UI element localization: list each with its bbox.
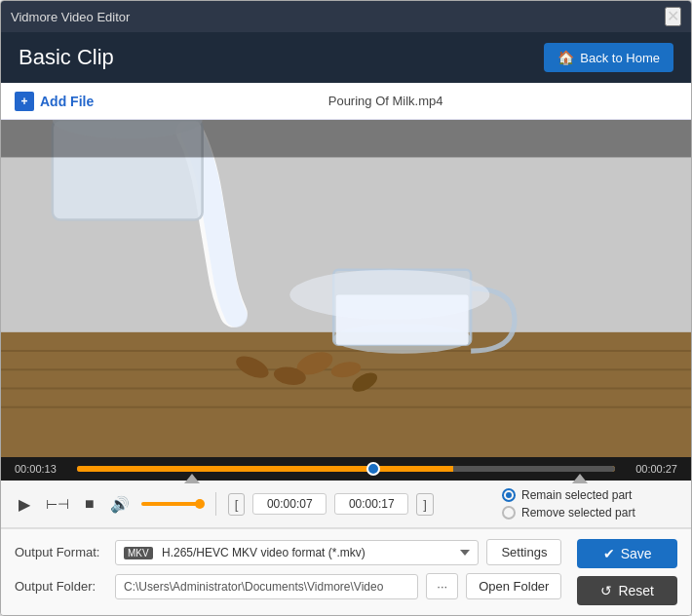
- volume-icon: 🔊: [110, 495, 130, 514]
- format-icon: MKV H.265/HEVC MKV video format (*.mkv): [124, 546, 365, 559]
- title-bar: Vidmore Video Editor ✕: [1, 1, 691, 32]
- home-icon: 🏠: [557, 50, 574, 65]
- timeline-thumb[interactable]: [366, 462, 380, 476]
- reset-label: Reset: [618, 583, 654, 598]
- remove-label: Remove selected part: [521, 506, 635, 520]
- remove-option-row[interactable]: Remove selected part: [502, 506, 677, 520]
- trim-handle-right[interactable]: [572, 474, 588, 483]
- folder-path-display: C:\Users\Administrator\Documents\Vidmore…: [115, 574, 418, 599]
- app-title: Vidmore Video Editor: [11, 10, 130, 24]
- format-value: H.265/HEVC MKV video format (*.mkv): [162, 546, 365, 559]
- format-badge: MKV: [124, 547, 153, 559]
- stop-icon: ■: [85, 495, 95, 513]
- open-folder-button[interactable]: Open Folder: [466, 573, 561, 599]
- page-title: Basic Clip: [19, 45, 114, 70]
- format-label: Output Format:: [15, 545, 107, 559]
- controls-bar: ▶ ⊢⊣ ■ 🔊 [ ] Remain selected part Remove…: [1, 481, 691, 528]
- timeline-bar: 00:00:13 00:00:27: [1, 457, 691, 481]
- reset-icon: ↺: [600, 583, 612, 598]
- start-time-input[interactable]: [252, 493, 327, 515]
- trim-button[interactable]: ⊢⊣: [42, 494, 73, 514]
- bracket-right-button[interactable]: ]: [416, 493, 434, 516]
- timeline-start-time: 00:00:13: [15, 463, 67, 475]
- volume-thumb[interactable]: [195, 499, 205, 509]
- bracket-left-button[interactable]: [: [228, 493, 246, 516]
- remain-radio[interactable]: [502, 488, 516, 502]
- settings-area: Output Format: MKV H.265/HEVC MKV video …: [15, 539, 561, 605]
- reset-button[interactable]: ↺ Reset: [577, 576, 677, 605]
- chevron-down-icon: [460, 550, 470, 556]
- trim-handle-left[interactable]: [184, 474, 200, 483]
- action-buttons: ✔ Save ↺ Reset: [577, 539, 677, 605]
- play-icon: ▶: [19, 495, 30, 514]
- svg-point-16: [289, 270, 489, 320]
- timeline-track[interactable]: [77, 466, 615, 472]
- close-button[interactable]: ✕: [665, 7, 681, 26]
- back-button-label: Back to Home: [580, 51, 660, 65]
- add-file-label: Add File: [40, 94, 94, 109]
- file-name-label: Pouring Of Milk.mp4: [94, 94, 677, 108]
- video-preview: [1, 120, 691, 457]
- svg-rect-17: [1, 120, 691, 157]
- toolbar: + Add File Pouring Of Milk.mp4: [1, 83, 691, 120]
- folder-row: Output Folder: C:\Users\Administrator\Do…: [15, 573, 561, 599]
- save-icon: ✔: [603, 546, 615, 561]
- app-window: Vidmore Video Editor ✕ Basic Clip 🏠 Back…: [0, 0, 692, 616]
- save-label: Save: [621, 546, 652, 561]
- options-panel: Remain selected part Remove selected par…: [502, 488, 677, 520]
- timeline-end-time: 00:00:27: [625, 463, 677, 475]
- remove-radio[interactable]: [502, 506, 516, 520]
- volume-slider[interactable]: [141, 502, 204, 506]
- separator: [215, 492, 216, 516]
- volume-button[interactable]: 🔊: [106, 493, 134, 516]
- video-area: [1, 120, 691, 457]
- remain-label: Remain selected part: [521, 488, 632, 502]
- browse-folder-button[interactable]: ···: [426, 573, 458, 599]
- bottom-section: Output Format: MKV H.265/HEVC MKV video …: [1, 528, 691, 615]
- back-to-home-button[interactable]: 🏠 Back to Home: [544, 43, 673, 72]
- settings-button[interactable]: Settings: [486, 539, 561, 565]
- save-button[interactable]: ✔ Save: [577, 539, 677, 568]
- folder-label: Output Folder:: [15, 579, 107, 594]
- stop-button[interactable]: ■: [81, 493, 98, 515]
- add-file-button[interactable]: + Add File: [15, 92, 94, 111]
- format-row: Output Format: MKV H.265/HEVC MKV video …: [15, 539, 561, 565]
- end-time-input[interactable]: [334, 493, 408, 515]
- header: Basic Clip 🏠 Back to Home: [1, 32, 691, 83]
- format-dropdown[interactable]: MKV H.265/HEVC MKV video format (*.mkv): [115, 540, 479, 565]
- play-button[interactable]: ▶: [15, 493, 34, 516]
- add-file-icon: +: [15, 92, 34, 111]
- remain-option-row[interactable]: Remain selected part: [502, 488, 677, 502]
- trim-icon: ⊢⊣: [46, 496, 69, 512]
